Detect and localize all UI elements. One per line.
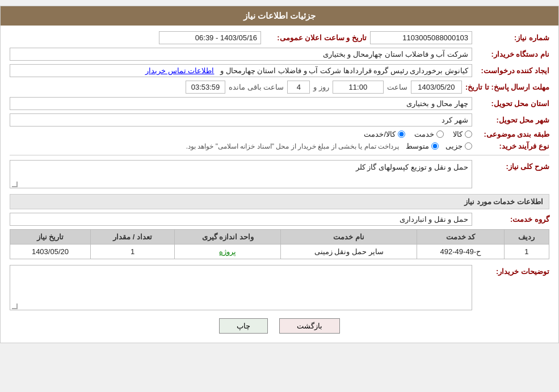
buyer-org-value: شرکت آب و فاضلاب استان چهارمحال و بختیار…: [10, 48, 472, 61]
need-number-label: شماره نیاز:: [476, 33, 549, 42]
response-countdown: 03:53:59: [186, 81, 225, 94]
print-button[interactable]: چاپ: [219, 318, 268, 334]
category-label: طبقه بندی موضوعی:: [476, 130, 549, 138]
resize-handle-buyer-desc: [12, 304, 18, 309]
process-radio-motavaset[interactable]: [431, 142, 439, 150]
services-table: ردیف کد خدمت نام خدمت واحد اندازه گیری ت…: [10, 229, 549, 259]
response-time: 11:00: [333, 81, 384, 94]
delivery-city-label: شهر محل تحویل:: [476, 116, 549, 124]
page-title: جزئیات اطلاعات نیاز: [1, 6, 558, 26]
process-type-row: جزیی متوسط پرداخت تمام یا بخشی از مبلغ خ…: [10, 142, 472, 150]
process-option-motavaset[interactable]: متوسط: [406, 142, 439, 150]
category-kala-label: کالا: [453, 130, 463, 138]
process-motavaset-label: متوسط: [406, 142, 429, 150]
table-cell-2[interactable]: سایر حمل ونقل زمینی: [281, 245, 417, 259]
delivery-city-value: شهر کرد: [10, 113, 472, 127]
category-option-khedmat[interactable]: خدمت: [414, 130, 444, 138]
col-service-code: کد خدمت: [417, 230, 504, 245]
table-cell-5: 1403/05/20: [10, 245, 91, 259]
process-radio-jozi[interactable]: [465, 142, 472, 150]
process-note: پرداخت تمام یا بخشی از مبلغ خریدار از مح…: [186, 142, 399, 150]
category-kala-khedmat-label: کالا/خدمت: [364, 130, 396, 138]
table-cell-0: 1: [504, 245, 549, 259]
col-unit: واحد اندازه گیری: [175, 230, 281, 245]
col-quantity: تعداد / مقدار: [90, 230, 174, 245]
response-remaining-label: ساعت باقی مانده: [229, 83, 284, 91]
services-section-header: اطلاعات خدمات مورد نیاز: [10, 194, 549, 209]
category-option-kala-khedmat[interactable]: کالا/خدمت: [364, 130, 405, 138]
divider1: [10, 155, 549, 155]
buyer-desc-value: [10, 265, 472, 310]
category-options: کالا خدمت کالا/خدمت: [10, 130, 472, 138]
general-desc-value: حمل و نقل و توزیع کپسولهای گاز کلر: [10, 160, 472, 188]
need-number-value: 1103005088000103: [370, 31, 472, 44]
requester-label: ایجاد کننده درخواست:: [476, 66, 549, 75]
col-service-name: نام خدمت: [281, 230, 417, 245]
service-group-label: گروه خدمت:: [476, 215, 549, 224]
requester-contact-link[interactable]: اطلاعات تماس خریدار: [145, 66, 214, 75]
response-date: 1403/05/20: [411, 81, 462, 94]
requester-value: کیانوش برخورداری رئیس گروه قراردادها شرک…: [10, 64, 472, 77]
response-deadline-label: مهلت ارسال پاسخ: تا تاریخ:: [465, 83, 549, 91]
response-days: 4: [287, 81, 310, 94]
category-radio-kala-khedmat[interactable]: [398, 130, 405, 138]
table-row: 1ح-49-49-492سایر حمل ونقل زمینیپروژه1140…: [10, 245, 549, 259]
buttons-row: بازگشت چاپ: [10, 318, 549, 334]
col-row-num: ردیف: [504, 230, 549, 245]
category-option-kala[interactable]: کالا: [453, 130, 472, 138]
process-type-label: نوع فرآیند خرید:: [476, 142, 549, 150]
category-radio-khedmat[interactable]: [436, 130, 444, 138]
col-date: تاریخ نیاز: [10, 230, 91, 245]
public-announcement-label: تاریخ و ساعت اعلان عمومی:: [264, 33, 367, 42]
process-jozi-label: جزیی: [445, 142, 463, 150]
category-khedmat-label: خدمت: [414, 130, 434, 138]
response-day-label: روز و: [313, 83, 329, 91]
delivery-province-value: چهار محال و بختیاری: [10, 97, 472, 110]
delivery-province-label: استان محل تحویل:: [476, 99, 549, 108]
resize-handle-desc: [12, 182, 18, 187]
response-time-label: ساعت: [387, 83, 407, 91]
table-cell-1: ح-49-49-492: [417, 245, 504, 259]
table-cell-4: 1: [90, 245, 174, 259]
buyer-desc-label: توضیحات خریدار:: [476, 265, 549, 276]
general-desc-label: شرح کلی نیاز:: [476, 160, 549, 171]
buyer-org-label: نام دستگاه خریدار:: [476, 50, 549, 58]
category-radio-kala[interactable]: [465, 130, 472, 138]
public-announcement-value: 1403/05/16 - 06:39: [159, 31, 261, 44]
table-cell-3[interactable]: پروژه: [175, 245, 281, 259]
process-option-jozi[interactable]: جزیی: [445, 142, 472, 150]
service-group-value: حمل و نقل و انبارداری: [10, 213, 472, 226]
back-button[interactable]: بازگشت: [279, 318, 340, 334]
